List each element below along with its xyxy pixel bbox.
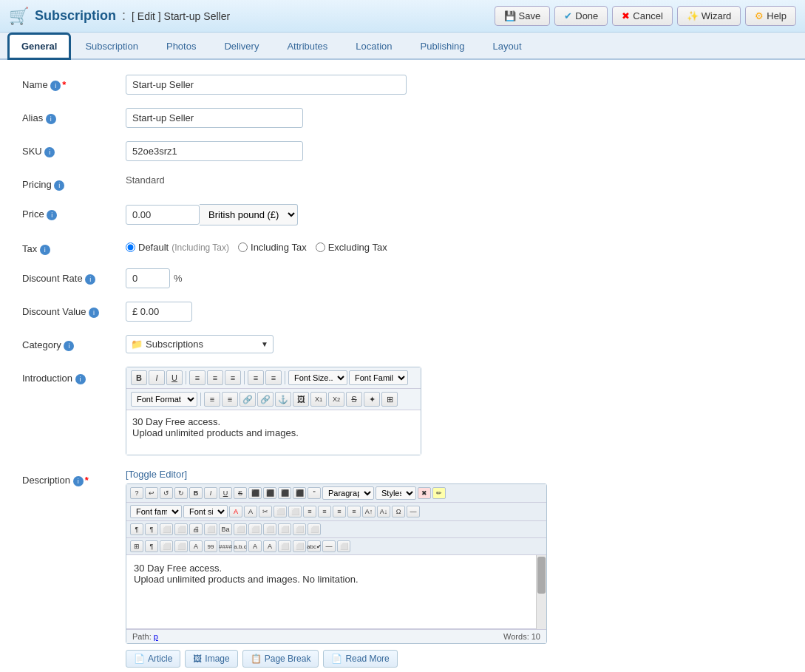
intro-align-left-btn[interactable]: ≡	[189, 370, 206, 385]
intro-anchor-btn[interactable]: ⚓	[275, 392, 291, 407]
sku-input[interactable]	[126, 141, 303, 161]
pricing-info-icon[interactable]: i	[54, 180, 64, 191]
wizard-button[interactable]: ✨ Wizard	[677, 6, 741, 26]
desc-align-left-btn[interactable]: ⬛	[248, 487, 262, 499]
description-info-icon[interactable]: i	[73, 476, 84, 486]
page-break-insert-btn[interactable]: 📋 Page Break	[242, 650, 319, 668]
cancel-button[interactable]: ✖ Cancel	[612, 6, 672, 26]
desc-scrollbar[interactable]	[536, 555, 546, 629]
desc-strikethrough-btn[interactable]: S	[234, 487, 247, 499]
desc-find-replace-btn[interactable]: ⬜	[174, 523, 188, 535]
desc-undo-btn[interactable]: ↩	[145, 487, 158, 499]
intro-underline-btn[interactable]: U	[166, 370, 183, 385]
intro-ul-btn[interactable]: ≡	[265, 370, 282, 385]
help-button[interactable]: ⚙ Help	[745, 6, 796, 26]
desc-redo-btn[interactable]: ↺	[160, 487, 173, 499]
desc-font-size-select[interactable]: Font size	[183, 505, 228, 518]
desc-flash-btn[interactable]: ⬜	[248, 523, 262, 535]
desc-styles-select[interactable]: Styles	[376, 486, 416, 500]
desc-emotion-btn[interactable]: ⬜	[293, 540, 306, 552]
intro-font-size-select[interactable]: Font Size...	[288, 370, 347, 385]
desc-99-btn[interactable]: 99	[204, 540, 217, 552]
desc-char-map-btn[interactable]: A	[189, 540, 203, 552]
desc-align-center-btn[interactable]: ⬛	[263, 487, 276, 499]
sku-info-icon[interactable]: i	[44, 147, 55, 157]
desc-templates-btn[interactable]: ⬜	[160, 523, 173, 535]
tax-excluding-radio[interactable]	[316, 242, 325, 252]
desc-show-blocks-btn[interactable]: ¶	[130, 523, 143, 535]
desc-indent-btn[interactable]: ≡	[303, 506, 316, 517]
desc-anchor-btn[interactable]: ⬜	[308, 523, 321, 535]
done-button[interactable]: ✔ Done	[554, 6, 608, 26]
name-input[interactable]	[126, 75, 407, 95]
desc-eraser-btn[interactable]: ✖	[418, 487, 431, 499]
desc-paragraph-select[interactable]: Paragraph	[322, 486, 374, 500]
tax-including-option[interactable]: Including Tax	[238, 242, 307, 253]
introduction-content[interactable]: 30 Day Free access. Upload unlimited pro…	[126, 410, 421, 455]
desc-media-btn[interactable]: ⬜	[234, 523, 247, 535]
intro-font-format-select[interactable]: Font Format	[131, 392, 197, 407]
tab-subscription[interactable]: Subscription	[71, 33, 152, 60]
desc-spellcheck2-btn[interactable]: abc✔	[308, 540, 321, 552]
desc-path-link[interactable]: p	[154, 632, 158, 641]
intro-indent-btn[interactable]: ≡	[204, 392, 220, 407]
desc-bold-btn[interactable]: B	[189, 487, 203, 499]
desc-abc-btn[interactable]: a.b.c	[234, 540, 247, 552]
tab-location[interactable]: Location	[342, 33, 406, 60]
desc-italic-btn[interactable]: I	[204, 487, 217, 499]
intro-link-btn[interactable]: 🔗	[240, 392, 256, 407]
discount-rate-input[interactable]	[126, 268, 170, 288]
tab-attributes[interactable]: Attributes	[273, 33, 342, 60]
desc-table-btn[interactable]: ⊞	[130, 540, 143, 552]
desc-layer-btn[interactable]: ⬜	[278, 523, 291, 535]
intro-font-family-select[interactable]: Font Family.	[349, 370, 408, 385]
desc-justify-btn[interactable]: ⬛	[293, 487, 306, 499]
price-info-icon[interactable]: i	[47, 210, 57, 220]
desc-img-btn[interactable]: ⬜	[278, 540, 291, 552]
intro-sub-btn[interactable]: X1	[310, 392, 327, 407]
name-info-icon[interactable]: i	[50, 81, 61, 91]
introduction-info-icon[interactable]: i	[75, 374, 86, 384]
desc-copy-btn[interactable]: ⬜	[274, 506, 287, 517]
desc-highlight-btn[interactable]: ✏	[432, 487, 446, 499]
desc-underline-btn[interactable]: U	[219, 487, 232, 499]
intro-strikethrough-btn[interactable]: S	[346, 392, 362, 407]
desc-cut-btn[interactable]: ✂	[259, 506, 272, 517]
intro-outdent-btn[interactable]: ≡	[222, 392, 238, 407]
toggle-editor-link[interactable]: [Toggle Editor]	[126, 469, 187, 480]
desc-ul-btn[interactable]: ≡	[347, 506, 361, 517]
tab-layout[interactable]: Layout	[479, 33, 536, 60]
tax-default-radio[interactable]	[126, 242, 135, 252]
alias-info-icon[interactable]: i	[46, 114, 56, 124]
discount-rate-info-icon[interactable]: i	[85, 274, 95, 285]
desc-fullscreen-btn[interactable]: A	[263, 540, 276, 552]
desc-hr-btn[interactable]: —	[407, 506, 420, 517]
tax-including-radio[interactable]	[238, 242, 248, 252]
intro-align-center-btn[interactable]: ≡	[207, 370, 223, 385]
desc-scrollbar-thumb[interactable]	[537, 557, 546, 594]
intro-table-btn[interactable]: ⊞	[381, 392, 398, 407]
desc-print-btn[interactable]: 🖨	[189, 523, 203, 535]
intro-ol-btn[interactable]: ≡	[248, 370, 264, 385]
desc-code-btn[interactable]: —	[322, 540, 336, 552]
desc-bg-color-btn[interactable]: A	[244, 506, 257, 517]
desc-iframe-btn[interactable]: ⬜	[263, 523, 276, 535]
desc-more-btn[interactable]: ⬜	[337, 540, 350, 552]
read-more-insert-btn[interactable]: 📄 Read More	[323, 650, 397, 668]
intro-unlink-btn[interactable]: 🔗	[257, 392, 274, 407]
desc-refresh-btn[interactable]: ↻	[174, 487, 188, 499]
intro-special-btn[interactable]: ✦	[364, 392, 380, 407]
intro-align-right-btn[interactable]: ≡	[225, 370, 241, 385]
intro-image-btn[interactable]: 🖼	[293, 392, 309, 407]
desc-abbr-btn[interactable]: Ba	[219, 523, 232, 535]
desc-div-btn[interactable]: ⬜	[293, 523, 306, 535]
price-amount-input[interactable]	[126, 205, 200, 225]
tab-general[interactable]: General	[7, 33, 71, 60]
desc-preview-btn[interactable]: ⬜	[204, 523, 217, 535]
desc-show-invisible-btn[interactable]: ¶	[145, 523, 158, 535]
desc-hash-btn[interactable]: ####	[219, 540, 232, 552]
description-content[interactable]: 30 Day Free access. Upload unlimited pro…	[126, 555, 536, 629]
currency-select[interactable]: British pound (£) US Dollar ($) Euro (€)	[200, 204, 298, 225]
intro-bold-btn[interactable]: B	[131, 370, 147, 385]
desc-source-btn[interactable]: ¶	[145, 540, 158, 552]
